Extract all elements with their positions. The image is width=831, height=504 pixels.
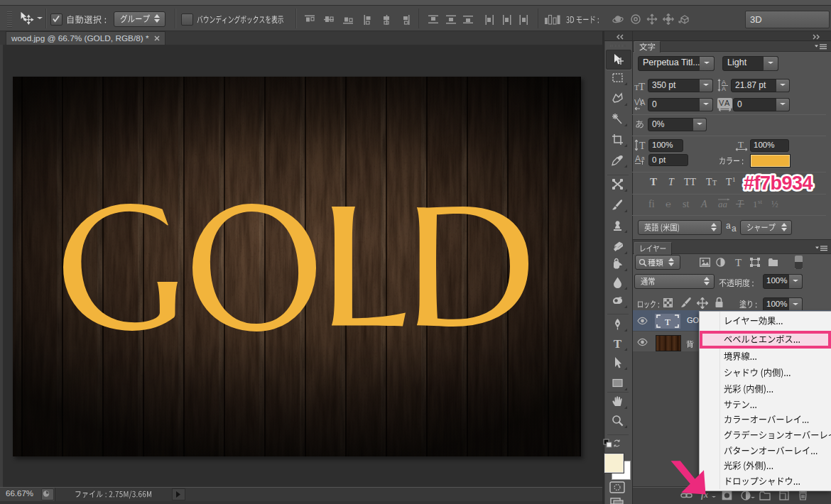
svg-text:T: T xyxy=(738,140,744,150)
svg-text:st: st xyxy=(758,198,763,205)
svg-text:1: 1 xyxy=(753,199,758,209)
svg-text:T: T xyxy=(665,317,670,327)
svg-text:1: 1 xyxy=(732,176,736,183)
svg-text:T: T xyxy=(712,179,717,187)
svg-text:st: st xyxy=(683,199,689,209)
svg-text:T: T xyxy=(614,337,622,349)
svg-text:T: T xyxy=(639,141,646,151)
svg-text:A: A xyxy=(722,85,726,92)
svg-text:A: A xyxy=(724,99,730,107)
svg-text:aa: aa xyxy=(718,199,728,209)
svg-text:T: T xyxy=(650,176,657,187)
svg-text:T: T xyxy=(735,257,742,267)
svg-text:a: a xyxy=(726,221,731,231)
svg-text:#f7b934: #f7b934 xyxy=(744,172,813,194)
svg-text:V: V xyxy=(719,99,724,107)
svg-text:℮: ℮ xyxy=(666,199,671,209)
svg-text:a: a xyxy=(641,155,645,161)
svg-text:V: V xyxy=(634,98,640,106)
svg-text:A: A xyxy=(700,199,707,209)
svg-text:TT: TT xyxy=(684,177,697,187)
svg-text:T: T xyxy=(668,177,675,187)
svg-text:fi: fi xyxy=(648,199,655,209)
svg-text:½: ½ xyxy=(771,199,778,209)
svg-text:T: T xyxy=(726,177,732,187)
svg-text:a: a xyxy=(732,224,737,233)
svg-text:T: T xyxy=(639,81,645,91)
svg-text:A: A xyxy=(635,154,641,164)
svg-text:T: T xyxy=(706,177,712,187)
